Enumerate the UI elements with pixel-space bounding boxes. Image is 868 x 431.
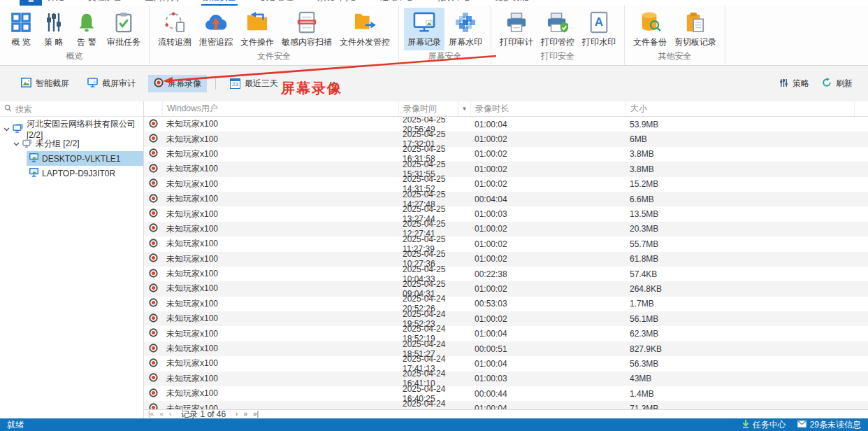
tab-device-manage[interactable]: 设备管理 [259, 0, 295, 6]
cell-windows-user: 未知玩家x100 [162, 358, 398, 369]
table-row[interactable]: 未知玩家x100 2025-04-25 11:27:39 01:00:02 55… [144, 236, 868, 251]
print-audit-button[interactable]: 打印审计 [496, 8, 537, 50]
refresh-button[interactable]: 刷新 [820, 75, 854, 92]
header-size[interactable]: 大小 [625, 101, 854, 116]
table-row[interactable]: 未知玩家x100 2025-04-25 09:04:31 01:00:02 26… [144, 281, 868, 296]
capture-audit-button[interactable]: 截屏审计 [82, 75, 141, 92]
header-actions-column [854, 101, 868, 116]
search-input[interactable] [15, 104, 139, 114]
record-icon [149, 313, 158, 325]
cell-windows-user: 未知玩家x100 [162, 328, 398, 340]
cell-record-duration: 01:00:02 [470, 224, 625, 234]
cell-record-duration: 01:00:02 [470, 149, 625, 159]
tab-more-features[interactable]: 更多功能 [493, 0, 530, 6]
tab-home[interactable]: 开始 [46, 0, 66, 6]
cell-windows-user: 未知玩家x100 [162, 373, 398, 385]
outgoing-control-button[interactable]: 文件外发管控 [336, 8, 393, 50]
record-icon [149, 388, 158, 400]
print-watermark-button[interactable]: A 打印水印 [579, 8, 619, 50]
smart-capture-button[interactable]: 智能截屏 [15, 75, 75, 92]
cell-record-duration: 01:00:02 [470, 284, 625, 294]
table-row[interactable]: 未知玩家x100 2025-04-24 16:40:25 00:00:44 1.… [144, 386, 868, 401]
tab-system-network[interactable]: 系统&网络 [316, 0, 358, 6]
header-record-time[interactable]: 录像时间 ▼ [398, 101, 470, 116]
search-box[interactable] [0, 101, 143, 117]
table-row[interactable]: 未知玩家x100 2025-04-25 17:32:01 01:00:02 6M… [144, 132, 868, 146]
table-row[interactable]: 未知玩家x100 2025-04-25 20:56:49 01:00:04 53… [144, 117, 868, 132]
prev-page-button[interactable]: ‹ [169, 411, 171, 418]
record-icon [149, 209, 158, 220]
approval-tasks-button[interactable]: 审批任务 [103, 8, 144, 50]
table-row[interactable]: 未知玩家x100 2025-04-24 20:52:26 00:53:03 1.… [144, 297, 868, 311]
last-page-button[interactable]: »| [253, 411, 259, 418]
chevron-down-icon[interactable] [13, 139, 20, 149]
screen-record-button[interactable]: 屏幕记录 [404, 8, 444, 50]
tree-node-laptop[interactable]: LAPTOP-D9J3IT0R [27, 166, 143, 181]
group-label-overview: 概览 [0, 50, 149, 65]
tab-report-center[interactable]: 报表中心 [436, 0, 472, 6]
table-row[interactable]: 未知玩家x100 2025-04-24 15:22:06 01:00:04 71… [144, 401, 868, 409]
clipboard-record-button[interactable]: 剪切板记录 [671, 8, 720, 50]
tab-ops-center[interactable]: 运维中心 [379, 0, 415, 6]
table-row[interactable]: 未知玩家x100 2025-04-24 16:41:10 01:00:03 43… [144, 372, 868, 386]
table-row[interactable]: 未知玩家x100 2025-04-24 18:51:27 00:00:51 82… [144, 341, 868, 356]
screen-watermark-button[interactable]: 屏幕水印 [445, 8, 486, 50]
cell-size: 43MB [625, 374, 854, 383]
tab-data-security[interactable]: 数据安全 [201, 0, 238, 6]
header-record-duration[interactable]: 录像时长 [470, 101, 625, 116]
print-control-button[interactable]: 打印管控 [537, 8, 578, 50]
table-row[interactable]: 未知玩家x100 2025-04-25 16:31:58 01:00:02 3.… [144, 147, 868, 162]
file-ops-button[interactable]: 文件操作 [237, 8, 277, 50]
table-row[interactable]: 未知玩家x100 2025-04-24 17:41:13 01:00:04 56… [144, 356, 868, 371]
sensitive-scan-button[interactable]: 敏感内容扫描 [278, 8, 335, 50]
policy-button[interactable]: 策 略 [38, 8, 70, 50]
cell-size: 3.8MB [625, 149, 854, 159]
header-icon-column [144, 101, 162, 116]
file-backup-button[interactable]: 文件备份 [630, 8, 670, 50]
table-row[interactable]: 未知玩家x100 2025-04-25 15:31:55 01:00:02 3.… [144, 162, 868, 176]
pagination-bar: |« « ‹ 记录 1 of 46 › » »| [144, 409, 868, 418]
tab-web-behavior[interactable]: 上网行为 [144, 0, 180, 6]
unread-messages-button[interactable]: 29条未读信息 [797, 419, 861, 431]
task-center-button[interactable]: 任务中心 [742, 419, 786, 431]
cell-windows-user: 未知玩家x100 [162, 193, 398, 205]
recent-three-days-button[interactable]: 23 最近三天 [224, 75, 284, 92]
record-icon [149, 344, 158, 355]
tree-node-desktop[interactable]: DESKTOP-VLKTLE1 [27, 151, 143, 166]
sort-dropdown-icon[interactable]: ▼ [458, 101, 470, 116]
tab-doc-encrypt[interactable]: 文档加密 [87, 0, 123, 6]
flow-trace-button[interactable]: 流转追溯 [154, 8, 195, 50]
company-icon [13, 123, 24, 135]
record-icon [154, 78, 164, 90]
table-row[interactable]: 未知玩家x100 2025-04-25 14:31:52 01:00:02 15… [144, 177, 868, 192]
table-row[interactable]: 未知玩家x100 2025-04-24 19:52:23 01:00:02 56… [144, 311, 868, 326]
status-ready-label: 就绪 [7, 419, 24, 431]
header-windows-user[interactable]: Windows用户 [162, 101, 398, 116]
clipboard-check-icon [111, 10, 136, 34]
table-row[interactable]: 未知玩家x100 2025-04-24 18:52:19 01:00:04 62… [144, 326, 868, 341]
table-row[interactable]: 未知玩家x100 2025-04-25 14:27:48 00:04:04 6.… [144, 192, 868, 206]
first-page-button[interactable]: |« [148, 411, 154, 418]
app-menu-button[interactable]: ▦ [20, 0, 42, 6]
table-row[interactable]: 未知玩家x100 2025-04-25 10:27:36 01:00:02 61… [144, 252, 868, 267]
next-fast-button[interactable]: » [243, 411, 247, 418]
table-row[interactable]: 未知玩家x100 2025-04-25 13:27:44 01:00:03 13… [144, 206, 868, 221]
cell-record-duration: 00:00:51 [470, 344, 625, 354]
table-row[interactable]: 未知玩家x100 2025-04-25 12:27:41 01:00:02 20… [144, 222, 868, 236]
screen-recording-tab[interactable]: 屏幕录像 [148, 75, 207, 92]
cell-record-duration: 01:00:02 [470, 254, 625, 264]
table-row[interactable]: 未知玩家x100 2025-04-25 10:04:33 00:22:38 57… [144, 267, 868, 281]
chevron-down-icon[interactable] [3, 125, 10, 134]
tree-node-company[interactable]: 河北安固云网络科技有限公司 [2/2] [0, 122, 143, 136]
record-icon [149, 148, 158, 160]
leak-trace-button[interactable]: 泄密追踪 [196, 8, 236, 50]
record-icon [149, 403, 158, 409]
group-label-other-security: 其他安全 [625, 50, 725, 65]
prev-fast-button[interactable]: « [159, 411, 164, 418]
cell-size: 6MB [625, 134, 854, 144]
next-page-button[interactable]: › [236, 411, 238, 418]
policy-right-button[interactable]: 策略 [778, 75, 811, 92]
overview-button[interactable]: 概 览 [5, 8, 37, 50]
cell-record-duration: 01:00:02 [470, 179, 625, 189]
alert-button[interactable]: 告 警 [71, 8, 103, 50]
